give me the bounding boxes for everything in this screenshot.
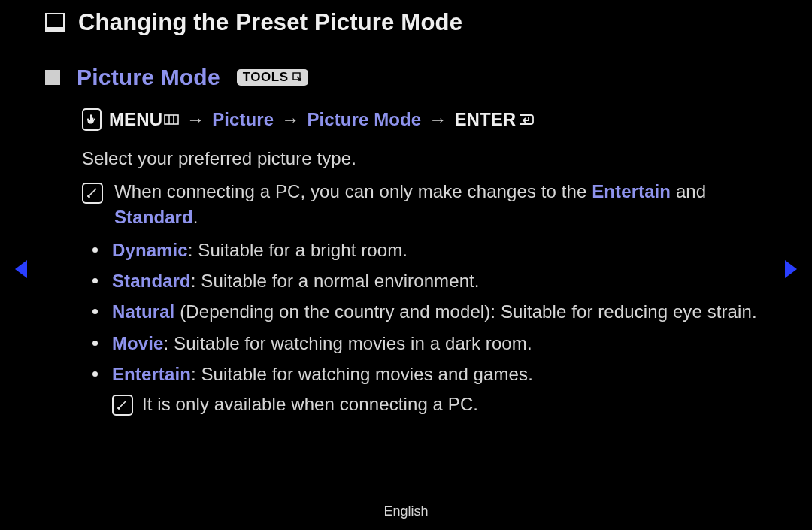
prev-page-arrow[interactable] bbox=[15, 260, 27, 278]
next-page-arrow[interactable] bbox=[785, 260, 797, 278]
arrow: → bbox=[186, 107, 205, 132]
intro-text: Select your preferred picture type. bbox=[82, 146, 767, 171]
note-hl-entertain: Entertain bbox=[592, 181, 671, 201]
list-item: Movie: Suitable for watching movies in a… bbox=[82, 331, 767, 356]
mode-desc: : Suitable for reducing eye strain. bbox=[490, 301, 756, 322]
list-item: Natural (Depending on the country and mo… bbox=[82, 299, 767, 325]
mode-list: Dynamic: Suitable for a bright room. Sta… bbox=[82, 238, 767, 416]
list-item: Entertain: Suitable for watching movies … bbox=[82, 362, 767, 417]
manual-page: Changing the Preset Picture Mode Picture… bbox=[0, 0, 812, 530]
menu-text: MENU bbox=[109, 107, 162, 132]
title-row: Changing the Preset Picture Mode bbox=[45, 9, 767, 36]
mode-name: Dynamic bbox=[112, 240, 188, 260]
arrow: → bbox=[281, 107, 299, 132]
menu-path: MENU → Picture → Picture Mode → ENTER bbox=[82, 107, 767, 132]
note-mid: and bbox=[671, 181, 706, 201]
path-seg-picture: Picture bbox=[212, 107, 274, 132]
pc-note: When connecting a PC, you can only make … bbox=[82, 179, 767, 230]
path-seg-picture-mode: Picture Mode bbox=[307, 107, 421, 132]
mode-desc: : Suitable for watching movies in a dark… bbox=[164, 333, 532, 353]
square-bullet-icon bbox=[45, 70, 60, 85]
note-hl-standard: Standard bbox=[114, 207, 193, 227]
menu-label: MENU bbox=[109, 107, 179, 132]
section-subtitle: Picture Mode bbox=[77, 65, 220, 90]
mode-name: Natural bbox=[112, 301, 174, 322]
tools-label: TOOLS bbox=[243, 70, 289, 85]
tools-badge: TOOLS bbox=[237, 69, 308, 86]
mode-name: Movie bbox=[112, 333, 164, 353]
content-area: Changing the Preset Picture Mode Picture… bbox=[45, 9, 767, 422]
subtitle-row: Picture Mode TOOLS bbox=[45, 65, 767, 90]
enter-icon bbox=[517, 114, 534, 126]
list-item: Dynamic: Suitable for a bright room. bbox=[82, 238, 767, 263]
mode-desc: : Suitable for watching movies and games… bbox=[191, 364, 533, 384]
entertain-subnote-text: It is only available when connecting a P… bbox=[142, 392, 478, 417]
footer-language: English bbox=[0, 504, 812, 519]
entertain-subnote: It is only available when connecting a P… bbox=[112, 392, 767, 417]
mode-name: Entertain bbox=[112, 364, 191, 384]
arrow: → bbox=[429, 107, 447, 132]
svg-rect-1 bbox=[165, 115, 178, 124]
book-icon bbox=[45, 13, 65, 32]
mode-name: Standard bbox=[112, 271, 191, 291]
enter-label: ENTER bbox=[454, 107, 534, 132]
hand-icon bbox=[82, 108, 102, 131]
note-icon bbox=[82, 183, 103, 204]
tools-icon bbox=[292, 72, 302, 83]
note-pre: When connecting a PC, you can only make … bbox=[114, 181, 592, 201]
page-title: Changing the Preset Picture Mode bbox=[78, 9, 462, 36]
pc-note-text: When connecting a PC, you can only make … bbox=[114, 179, 767, 230]
mode-desc: : Suitable for a bright room. bbox=[188, 240, 408, 260]
menu-icon bbox=[164, 114, 179, 125]
list-item: Standard: Suitable for a normal environm… bbox=[82, 268, 767, 294]
mode-desc: : Suitable for a normal environment. bbox=[191, 271, 480, 291]
body: MENU → Picture → Picture Mode → ENTER bbox=[82, 107, 767, 417]
enter-text: ENTER bbox=[454, 107, 516, 132]
note-post: . bbox=[193, 207, 198, 227]
note-icon bbox=[112, 395, 133, 416]
mode-qualifier: (Depending on the country and model) bbox=[174, 301, 490, 322]
